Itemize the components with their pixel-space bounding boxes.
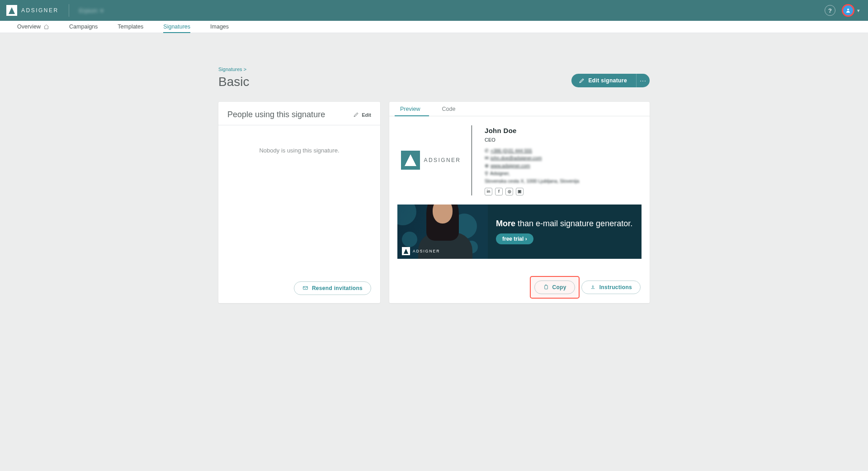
pencil-icon: [579, 78, 585, 84]
facebook-icon[interactable]: f: [495, 188, 503, 195]
banner-image: ADSIGNER: [397, 205, 488, 259]
nav-campaigns[interactable]: Campaigns: [59, 21, 108, 33]
chevron-down-icon: ▾: [100, 7, 104, 14]
brand-logo-icon: [6, 5, 17, 16]
nav-label: Signatures: [163, 24, 190, 30]
signature-preview: ADSIGNER John Doe CEO ✆ +386 (0)31 444 5…: [389, 116, 650, 263]
people-card: People using this signature Edit Nobody …: [218, 102, 380, 303]
svg-rect-6: [544, 285, 547, 289]
phone-icon: ✆: [485, 147, 489, 155]
workspace-name: Erpium: [79, 7, 98, 14]
banner-cta-button[interactable]: free trial ›: [496, 233, 533, 244]
signature-website: ⊕ www.adsigner.com: [485, 162, 579, 170]
brand-mark-icon: [401, 151, 420, 170]
nav-signatures[interactable]: Signatures: [153, 21, 200, 33]
signature-social: in f ◎ ▣: [485, 188, 579, 195]
signature-logo: ADSIGNER: [401, 151, 461, 170]
signature-address: Slovenska cesta X, 1000 Ljubljana, Slove…: [485, 177, 579, 185]
workspace-selector[interactable]: Erpium ▾: [79, 7, 104, 14]
nav-label: Templates: [118, 24, 143, 30]
tab-underline: [395, 115, 429, 116]
more-actions-button[interactable]: ···: [636, 74, 650, 87]
nav-label: Overview: [17, 24, 41, 30]
brand-mark-icon: [402, 247, 410, 255]
people-empty-state: Nobody is using this signature.: [218, 125, 380, 275]
nav-label: Images: [210, 24, 229, 30]
clipboard-icon: [543, 284, 549, 290]
signature-divider: [472, 125, 472, 195]
banner: ADSIGNER More than e-mail signature gene…: [397, 205, 642, 259]
signature-name: John Doe: [485, 125, 579, 136]
linkedin-icon[interactable]: in: [485, 188, 492, 195]
nav-overview[interactable]: Overview: [7, 21, 59, 33]
svg-point-2: [847, 9, 849, 10]
nav-templates[interactable]: Templates: [108, 21, 153, 33]
edit-signature-label: Edit signature: [588, 77, 627, 84]
chevron-down-icon: ▾: [857, 8, 860, 14]
copy-label: Copy: [552, 284, 566, 290]
signature-phone: ✆ +386 (0)31 444 555: [485, 147, 579, 155]
preview-tabs: Preview Code: [389, 102, 650, 116]
signature-email: ✉ john.doe@adsigner.com: [485, 154, 579, 162]
divider: [69, 4, 69, 17]
edit-signature-button[interactable]: Edit signature: [571, 74, 636, 87]
nav-label: Campaigns: [69, 24, 98, 30]
brand-name: ADSIGNER: [21, 7, 59, 14]
download-icon: [590, 284, 596, 290]
avatar: [842, 4, 854, 17]
nav-images[interactable]: Images: [200, 21, 239, 33]
page: Signatures > Basic Edit signature ··· Pe…: [0, 33, 868, 321]
help-icon[interactable]: ?: [825, 5, 835, 16]
instagram-icon[interactable]: ◎: [505, 188, 513, 195]
pin-icon: ⚲: [485, 170, 488, 177]
page-title: Basic: [218, 75, 249, 89]
resend-invitations-button[interactable]: Resend invitations: [294, 281, 371, 295]
avatar-menu[interactable]: ▾: [842, 4, 860, 17]
home-icon: [43, 24, 49, 30]
user-icon: [845, 8, 851, 13]
pencil-icon: [353, 112, 359, 118]
banner-mini-brand: ADSIGNER: [402, 247, 440, 255]
copy-button[interactable]: Copy: [534, 281, 575, 294]
preview-card: Preview Code ADSIGNER: [389, 102, 650, 303]
signature-logo-text: ADSIGNER: [424, 157, 461, 163]
mail-icon: ✉: [485, 154, 489, 162]
youtube-icon[interactable]: ▣: [516, 188, 524, 195]
edit-label: Edit: [362, 112, 371, 118]
people-card-title: People using this signature: [227, 110, 325, 119]
tab-preview[interactable]: Preview: [389, 102, 431, 116]
edit-people-button[interactable]: Edit: [353, 112, 371, 118]
page-actions: Edit signature ···: [571, 74, 650, 87]
top-bar: ADSIGNER Erpium ▾ ? ▾: [0, 0, 868, 21]
mail-icon: [302, 285, 308, 291]
resend-label: Resend invitations: [312, 285, 363, 291]
preview-actions: Copy Instructions: [389, 263, 650, 303]
nav-bar: Overview Campaigns Templates Signatures …: [0, 21, 868, 33]
breadcrumb[interactable]: Signatures >: [218, 67, 650, 72]
instructions-label: Instructions: [599, 284, 632, 290]
banner-headline: More than e-mail signature generator.: [496, 219, 633, 229]
signature-company: ⚲ Adsigner,: [485, 170, 579, 177]
brand[interactable]: ADSIGNER: [6, 5, 59, 16]
globe-icon: ⊕: [485, 162, 489, 170]
tab-code[interactable]: Code: [431, 102, 466, 116]
instructions-button[interactable]: Instructions: [581, 281, 641, 294]
signature-role: CEO: [485, 136, 579, 144]
